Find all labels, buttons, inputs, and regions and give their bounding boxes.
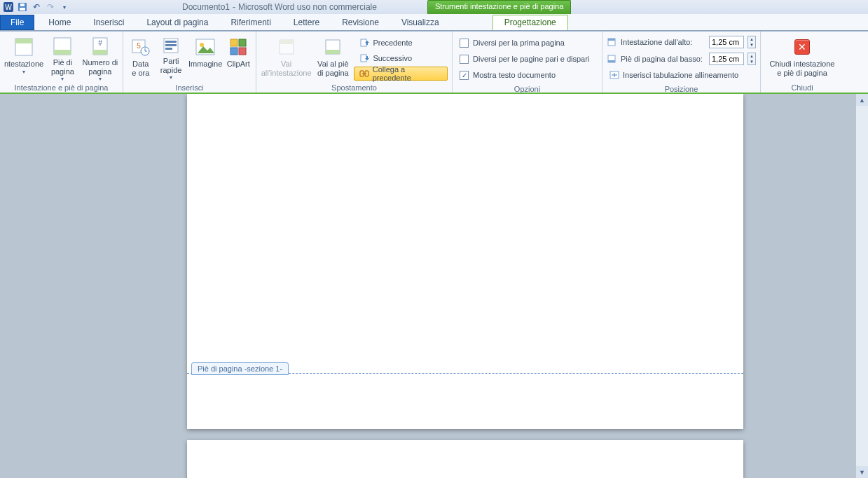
svg-rect-22 (239, 39, 246, 46)
page-number-label: Numero di pagina (83, 58, 118, 76)
header-label: ntestazione (4, 60, 43, 69)
tab-page-layout[interactable]: Layout di pagina (135, 15, 219, 30)
close-header-footer-button[interactable]: ✕ Chiudi intestazione e piè di pagina (766, 34, 839, 81)
tab-review[interactable]: Revisione (331, 15, 390, 30)
header-button[interactable]: ntestazione▾ (4, 34, 43, 81)
link-icon (359, 68, 369, 79)
group-label-nav: Spostamento (256, 83, 452, 94)
svg-rect-11 (93, 50, 107, 55)
qat-customize-icon[interactable]: ▾ (59, 1, 70, 13)
footer-from-bottom-input[interactable] (709, 53, 744, 65)
svg-rect-23 (230, 48, 237, 55)
document-workspace[interactable]: Piè di pagina -sezione 1- Intestazione -… (0, 94, 868, 478)
svg-rect-24 (239, 48, 246, 55)
vertical-scrollbar[interactable]: ▲ ▼ (856, 94, 868, 478)
previous-section-button[interactable]: Precedente (354, 36, 448, 50)
go-to-header-label: Vai all'intestazione (261, 60, 312, 77)
insert-alignment-tab-button[interactable]: Inserisci tabulazione allineamento (607, 68, 756, 82)
svg-text:5: 5 (137, 42, 141, 50)
header-top-spinner[interactable]: ▲▼ (748, 36, 756, 48)
footer-bottom-spinner[interactable]: ▲▼ (748, 53, 756, 65)
svg-rect-21 (230, 39, 237, 46)
svg-rect-3 (20, 8, 25, 11)
scroll-down-icon[interactable]: ▼ (856, 466, 868, 478)
align-tab-label: Inserisci tabulazione allineamento (623, 71, 738, 79)
header-from-top-input[interactable] (709, 36, 744, 48)
next-label: Successivo (373, 54, 412, 62)
save-icon[interactable] (17, 1, 28, 13)
page-2[interactable]: Intestazione -sezione 2- Come sezione pr… (187, 440, 743, 478)
different-odd-even-checkbox[interactable]: Diversi per le pagine pari e dispari (457, 52, 598, 66)
diff-oddeven-label: Diversi per le pagine pari e dispari (473, 55, 589, 63)
svg-rect-6 (15, 39, 32, 43)
previous-label: Precedente (373, 39, 412, 47)
group-label-insert: Inserisci (123, 83, 256, 94)
group-close: ✕ Chiudi intestazione e piè di pagina Ch… (761, 32, 843, 93)
tab-home[interactable]: Home (37, 15, 82, 30)
footer-position-icon (607, 54, 616, 64)
alignment-tab-icon (609, 69, 620, 81)
group-label-hf: Intestazione e piè di pagina (0, 83, 123, 94)
svg-rect-8 (54, 50, 71, 55)
scroll-up-icon[interactable]: ▲ (856, 94, 868, 106)
footer-from-bottom-row: Piè di pagina dal basso: ▲▼ (607, 51, 756, 67)
svg-point-20 (200, 43, 204, 47)
clipart-button[interactable]: ClipArt (226, 34, 252, 81)
footer-button[interactable]: Piè di pagina▾ (46, 34, 79, 81)
word-app-icon[interactable]: W (3, 1, 14, 13)
svg-rect-16 (165, 41, 177, 43)
close-hf-label: Chiudi intestazione e piè di pagina (770, 60, 835, 77)
svg-text:W: W (5, 4, 12, 11)
svg-rect-26 (280, 40, 294, 44)
undo-icon[interactable]: ↶ (31, 1, 42, 13)
image-icon (194, 36, 216, 58)
link-to-previous-button[interactable]: Collega a precedente (354, 67, 448, 81)
redo-icon[interactable]: ↷ (45, 1, 56, 13)
svg-rect-28 (326, 50, 340, 54)
header-position-icon (607, 37, 616, 47)
different-first-page-checkbox[interactable]: Diversi per la prima pagina (457, 36, 598, 50)
svg-rect-18 (165, 48, 172, 50)
link-to-previous-label: Collega a precedente (373, 65, 443, 82)
tab-references[interactable]: Riferimenti (219, 15, 282, 30)
svg-rect-35 (608, 39, 615, 41)
tab-insert[interactable]: Inserisci (82, 15, 135, 30)
tab-mailings[interactable]: Lettere (282, 15, 331, 30)
image-button[interactable]: Immagine (188, 34, 223, 81)
tab-view[interactable]: Visualizza (390, 15, 450, 30)
group-insert: 5 Data e ora Parti rapide▾ Immagine Clip… (123, 32, 256, 93)
clipart-icon (227, 36, 249, 58)
header-from-top-row: Intestazione dall'alto: ▲▼ (607, 34, 756, 50)
page-1[interactable]: Piè di pagina -sezione 1- (187, 94, 743, 429)
footer-bottom-label: Piè di pagina dal basso: (621, 55, 705, 63)
footer-icon (51, 36, 74, 57)
clipart-label: ClipArt (227, 60, 250, 69)
show-doc-label: Mostra testo documento (473, 71, 556, 79)
group-options: Diversi per la prima pagina Diversi per … (453, 32, 602, 93)
go-to-footer-button[interactable]: Vai al piè di pagina (315, 34, 351, 81)
app-name: Microsoft Word uso non commerciale (238, 2, 377, 12)
quick-parts-label: Parti rapide (160, 57, 182, 74)
go-to-footer-icon (322, 36, 344, 58)
title-sep: - (233, 2, 235, 12)
footer-label: Piè di pagina (51, 58, 74, 76)
next-section-button[interactable]: Successivo (354, 51, 448, 65)
go-to-header-icon (275, 36, 298, 58)
quick-access-toolbar: W ↶ ↷ ▾ (3, 1, 70, 13)
quick-parts-button[interactable]: Parti rapide▾ (157, 34, 186, 81)
arrow-up-icon (359, 37, 370, 48)
show-document-text-checkbox[interactable]: ✓ Mostra testo documento (457, 68, 598, 82)
window-title: Documento1 - Microsoft Word uso non comm… (182, 2, 377, 12)
footer-section-1-tag: Piè di pagina -sezione 1- (191, 362, 289, 375)
page-number-button[interactable]: # Numero di pagina▾ (82, 34, 118, 81)
arrow-down-icon (359, 53, 370, 64)
svg-rect-17 (165, 44, 177, 46)
tab-design[interactable]: Progettazione (492, 15, 568, 30)
group-label-close: Chiudi (761, 83, 843, 94)
date-time-button[interactable]: 5 Data e ora (128, 34, 154, 81)
tab-file[interactable]: File (0, 15, 34, 30)
group-position: Intestazione dall'alto: ▲▼ Piè di pagina… (602, 32, 761, 93)
ribbon: ntestazione▾ Piè di pagina▾ # Numero di … (0, 31, 868, 94)
checkbox-icon (460, 39, 469, 48)
image-label: Immagine (188, 60, 222, 69)
